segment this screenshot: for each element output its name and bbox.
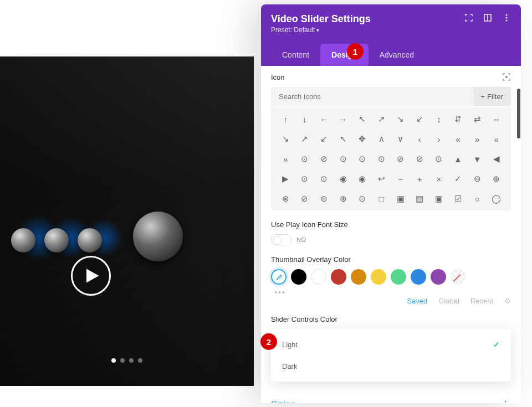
icon-option[interactable]: − — [393, 173, 409, 185]
icon-option[interactable]: ⇄ — [469, 113, 485, 125]
icon-option[interactable]: + — [412, 173, 428, 185]
icon-option[interactable]: ↓ — [297, 113, 313, 125]
icon-option[interactable]: ⊙ — [297, 173, 313, 185]
slide-dot[interactable] — [111, 358, 116, 363]
icon-option[interactable]: ↙ — [316, 133, 332, 145]
icon-option[interactable]: ↗ — [297, 133, 313, 145]
color-swatch[interactable] — [411, 269, 426, 285]
icon-option[interactable]: ↕ — [431, 113, 447, 125]
icon-option[interactable]: ▲ — [450, 153, 466, 165]
filter-button[interactable]: + Filter — [473, 87, 511, 106]
icon-option[interactable]: « — [450, 133, 466, 145]
icon-option[interactable]: ↖ — [335, 133, 351, 145]
icon-option[interactable]: ⊙ — [297, 153, 313, 165]
color-swatch[interactable] — [291, 269, 306, 285]
icon-option[interactable]: ◀ — [488, 153, 504, 165]
slide-dot[interactable] — [120, 358, 125, 363]
panel-header: Video Slider Settings Preset: Default Co… — [261, 4, 521, 66]
icon-option[interactable]: ▣ — [431, 193, 447, 205]
play-icon-size-toggle[interactable] — [271, 234, 292, 245]
color-settings-icon[interactable]: ⚙ — [504, 297, 511, 305]
icon-option[interactable]: ⊙ — [354, 193, 370, 205]
icon-option[interactable]: □ — [374, 193, 390, 205]
icon-option[interactable]: ▣ — [393, 193, 409, 205]
icon-option[interactable]: ⊕ — [488, 173, 504, 185]
slide-dot[interactable] — [129, 358, 134, 363]
color-swatch[interactable] — [371, 269, 386, 285]
icon-option[interactable]: ⊙ — [431, 153, 447, 165]
slide-dot[interactable] — [138, 358, 142, 363]
section-menu-icon[interactable]: ⋮ — [501, 399, 511, 403]
more-colors-icon[interactable]: ••• — [271, 288, 511, 297]
icon-option[interactable]: ↗ — [374, 113, 390, 125]
color-tab-recent[interactable]: Recent — [470, 297, 493, 305]
icon-option[interactable]: ○ — [469, 193, 485, 205]
color-swatch[interactable] — [391, 269, 406, 285]
icon-option[interactable]: ⊖ — [316, 193, 332, 205]
icon-option[interactable]: ⊘ — [393, 153, 409, 165]
icon-option[interactable]: × — [431, 173, 447, 185]
icon-option[interactable]: ← — [316, 113, 332, 125]
icon-option[interactable]: ◯ — [488, 193, 504, 205]
dropdown-option[interactable]: Dark — [271, 356, 511, 377]
focus-icon[interactable] — [464, 13, 473, 22]
sizing-section-header[interactable]: Sizing ⋮ — [271, 391, 511, 403]
icon-option[interactable]: ▼ — [469, 153, 485, 165]
color-tab-saved[interactable]: Saved — [407, 297, 427, 305]
color-swatch[interactable] — [311, 269, 326, 285]
icon-option[interactable]: › — [431, 133, 447, 145]
icon-option[interactable]: ▤ — [412, 193, 428, 205]
slider-pagination[interactable] — [0, 358, 254, 363]
color-swatch[interactable] — [431, 269, 446, 285]
icon-option[interactable]: ⊘ — [412, 153, 428, 165]
scrollbar[interactable] — [517, 89, 520, 138]
icon-option[interactable]: ☑ — [450, 193, 466, 205]
icon-option[interactable]: → — [335, 113, 351, 125]
search-icons-input[interactable] — [271, 87, 473, 106]
icon-option[interactable]: ◉ — [354, 173, 370, 185]
dropdown-option[interactable]: Light✓ — [271, 333, 511, 356]
icon-option[interactable]: ⇵ — [450, 113, 466, 125]
icon-option[interactable]: ⊘ — [316, 153, 332, 165]
play-button[interactable] — [71, 256, 111, 296]
tab-advanced[interactable]: Advanced — [369, 44, 425, 66]
icon-option[interactable]: ∧ — [374, 133, 390, 145]
icon-grid: ↑↓←→↖↗↘↙↕⇵⇄↔↘↗↙↖✥∧∨‹›«»«»⊙⊘⊙⊙⊙⊘⊘⊙▲▼◀▶⊙⊙◉… — [271, 107, 511, 210]
layout-icon[interactable] — [483, 13, 492, 22]
icon-option[interactable]: ⊘ — [297, 193, 313, 205]
icon-option[interactable]: ⊗ — [278, 193, 294, 205]
icon-option[interactable]: ⊖ — [469, 173, 485, 185]
icon-option[interactable]: ↘ — [393, 113, 409, 125]
icon-option[interactable]: » — [469, 133, 485, 145]
icon-option[interactable]: ✥ — [354, 133, 370, 145]
icon-option[interactable]: ⊙ — [335, 153, 351, 165]
icon-option[interactable]: ↖ — [354, 113, 370, 125]
icon-option[interactable]: » — [278, 153, 294, 165]
icon-option[interactable]: ↑ — [278, 113, 294, 125]
menu-dots-icon[interactable] — [502, 13, 511, 22]
responsive-icon[interactable] — [502, 73, 511, 81]
color-swatch[interactable] — [331, 269, 346, 285]
color-tab-global[interactable]: Global — [438, 297, 459, 305]
icon-option[interactable]: ✓ — [450, 173, 466, 185]
icon-option[interactable]: ⊙ — [374, 153, 390, 165]
color-swatch-none[interactable] — [451, 269, 466, 285]
color-swatch[interactable] — [351, 269, 366, 285]
icon-option[interactable]: ⊙ — [354, 153, 370, 165]
icon-option[interactable]: ⊕ — [335, 193, 351, 205]
icon-option[interactable]: ‹ — [412, 133, 428, 145]
color-picker-button[interactable] — [271, 269, 287, 285]
icon-option[interactable]: ↘ — [278, 133, 294, 145]
icon-option[interactable]: ↔ — [488, 113, 504, 125]
icon-option[interactable]: ∨ — [393, 133, 409, 145]
tab-content[interactable]: Content — [271, 44, 320, 66]
icon-option[interactable]: « — [488, 133, 504, 145]
icon-option[interactable]: ↩ — [374, 173, 390, 185]
icon-option[interactable]: ↙ — [412, 113, 428, 125]
sizing-label: Sizing — [271, 400, 295, 404]
icon-option[interactable]: ▶ — [278, 173, 294, 185]
icon-option[interactable]: ⊙ — [316, 173, 332, 185]
preset-dropdown[interactable]: Preset: Default — [271, 26, 511, 34]
overlay-color-section: Thumbnail Overlay Color ••• Saved Global… — [271, 255, 511, 305]
icon-option[interactable]: ◉ — [335, 173, 351, 185]
